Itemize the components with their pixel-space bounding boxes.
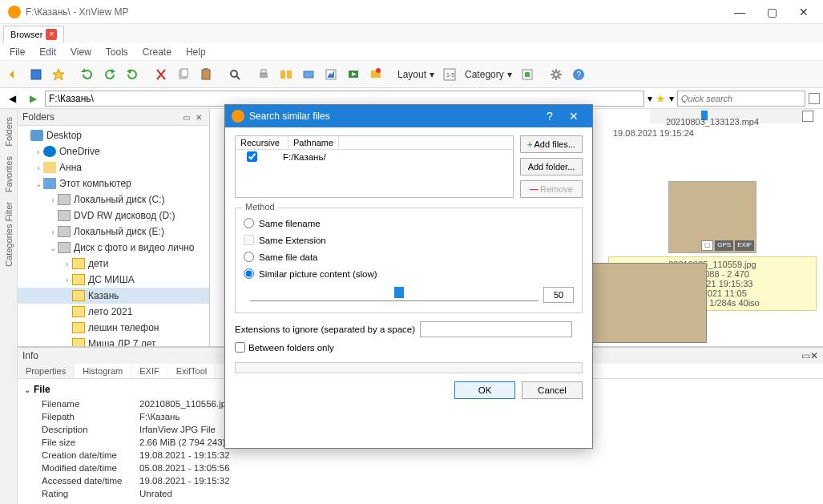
sidetab-folders[interactable]: Folders	[2, 112, 15, 151]
export-icon[interactable]	[321, 64, 341, 85]
panel-float-icon[interactable]: ▭	[801, 350, 810, 361]
similarity-slider[interactable]	[250, 288, 539, 301]
cancel-button[interactable]: Cancel	[522, 381, 583, 399]
radio-same-filename[interactable]: Same filename	[244, 215, 574, 232]
tree-item-folder[interactable]: ›дети	[18, 256, 209, 272]
close-icon[interactable]: ✕	[562, 110, 586, 123]
nav-back-icon[interactable]: ◀	[3, 90, 21, 107]
tree-item-diske[interactable]: ›Локальный диск (E:)	[18, 224, 209, 240]
help-icon[interactable]: ?	[568, 64, 589, 85]
print-icon[interactable]	[253, 64, 274, 85]
dropdown-icon[interactable]: ▾	[648, 93, 652, 104]
folder-tree[interactable]: Desktop ›OneDrive ›Анна ⌄Этот компьютер …	[18, 126, 209, 346]
gps-badge: GPS	[715, 240, 733, 251]
view-toggle-icon[interactable]	[809, 93, 820, 104]
tree-item-diskphoto[interactable]: ⌄Диск с фото и видео лично	[18, 240, 209, 256]
path-cell: F:/Казань/	[283, 152, 326, 162]
tree-item-user[interactable]: ›Анна	[18, 159, 209, 175]
between-folders-checkbox[interactable]: Between folders only	[235, 342, 583, 353]
dialog-titlebar[interactable]: Search similar files ? ✕	[225, 105, 592, 127]
fullscreen-icon[interactable]	[26, 64, 46, 85]
tree-item-folder[interactable]: ›ДС МИША	[18, 272, 209, 288]
tab-exif[interactable]: EXIF	[131, 364, 167, 378]
search-icon[interactable]	[224, 64, 245, 85]
menu-file[interactable]: File	[3, 45, 31, 59]
folders-panel: Folders ▭ ✕ Desktop ›OneDrive ›Анна ⌄Это…	[18, 109, 210, 346]
checkbox-same-extension[interactable]: Same Extension	[244, 232, 574, 248]
extensions-input[interactable]	[420, 321, 572, 337]
quick-search-input[interactable]	[677, 91, 805, 107]
slideshow-icon[interactable]	[343, 64, 364, 85]
column-recursive[interactable]: Recursive	[236, 136, 288, 149]
refresh-icon[interactable]	[77, 64, 98, 85]
add-folder-button[interactable]: Add folder...	[520, 158, 583, 175]
chevron-down-icon: ▾	[669, 93, 674, 104]
column-pathname[interactable]: Pathname	[288, 136, 339, 149]
tree-item-folder[interactable]: лето 2021	[18, 304, 209, 320]
method-legend: Method	[242, 202, 278, 212]
help-icon[interactable]: ?	[538, 110, 562, 123]
sidetab-favorites[interactable]: Favorites	[2, 151, 15, 197]
tag-icon[interactable]	[517, 64, 538, 85]
tree-item-diskc[interactable]: ›Локальный диск (C:)	[18, 192, 209, 208]
menu-tools[interactable]: Tools	[99, 45, 135, 59]
favorite-icon[interactable]	[48, 64, 69, 85]
table-row[interactable]: F:/Казань/	[236, 150, 513, 163]
copy-icon[interactable]	[173, 64, 194, 85]
nav-forward-icon[interactable]: ▶	[24, 90, 42, 107]
sidetab-categories-filter[interactable]: Categories Filter	[2, 197, 15, 272]
add-files-button[interactable]: +Add files...	[520, 135, 583, 153]
compare-icon[interactable]	[276, 64, 297, 85]
close-button[interactable]: ✕	[788, 1, 820, 23]
rotate-ccw-icon[interactable]	[99, 64, 120, 85]
panel-float-icon[interactable]: ▭	[180, 111, 192, 123]
menu-edit[interactable]: Edit	[33, 45, 63, 59]
thumbnail[interactable]: ☐ GPS EXIF	[668, 181, 756, 253]
tab-exiftool[interactable]: ExifTool	[168, 364, 216, 378]
settings-icon[interactable]	[546, 64, 567, 85]
cut-icon[interactable]	[151, 64, 171, 85]
slider-thumb[interactable]	[394, 287, 404, 298]
tab-properties[interactable]: Properties	[18, 364, 75, 378]
tree-item-dvd[interactable]: DVD RW дисковод (D:)	[18, 208, 209, 224]
similarity-value[interactable]	[543, 287, 574, 303]
path-table: Recursive Pathname F:/Казань/	[235, 135, 514, 198]
tree-item-kazan[interactable]: Казань	[18, 288, 209, 304]
maximize-button[interactable]: ▢	[756, 1, 788, 23]
radio-similar-picture[interactable]: Similar picture content (slow)	[244, 265, 574, 282]
radio-same-filedata[interactable]: Same file data	[244, 248, 574, 265]
tree-item-thispc[interactable]: ⌄Этот компьютер	[18, 175, 209, 192]
svg-rect-9	[261, 70, 266, 73]
category-dropdown[interactable]: Category▾	[462, 69, 515, 80]
sidebar-tabs: Folders Favorites Categories Filter	[0, 109, 18, 504]
tab-close-icon[interactable]: ×	[46, 29, 57, 40]
menu-create[interactable]: Create	[136, 45, 178, 59]
menu-help[interactable]: Help	[180, 45, 212, 59]
minimize-button[interactable]: —	[724, 1, 756, 23]
batch-icon[interactable]	[365, 64, 386, 85]
rotate-cw-icon[interactable]	[122, 64, 143, 85]
bookmark-icon[interactable]: ★	[656, 92, 666, 105]
recursive-checkbox[interactable]	[247, 151, 257, 162]
menu-view[interactable]: View	[64, 45, 98, 59]
tab-histogram[interactable]: Histogram	[75, 364, 131, 378]
tab-browser[interactable]: Browser ×	[3, 26, 64, 42]
paste-icon[interactable]	[196, 64, 216, 85]
svg-text:?: ?	[576, 71, 581, 79]
exif-badge: EXIF	[735, 240, 754, 251]
layout-dropdown[interactable]: Layout▾	[394, 69, 438, 80]
titlebar: F:\Казань\ - XnView MP — ▢ ✕	[0, 0, 823, 24]
ok-button[interactable]: OK	[454, 381, 515, 399]
convert-icon[interactable]	[298, 64, 319, 85]
tree-item-onedrive[interactable]: ›OneDrive	[18, 143, 209, 159]
tree-item-folder[interactable]: лешин телефон	[18, 320, 209, 336]
search-similar-dialog: Search similar files ? ✕ Recursive Pathn…	[224, 104, 593, 449]
layout1-icon[interactable]: 1-5	[439, 64, 460, 85]
remove-button[interactable]: —Remove	[520, 180, 583, 198]
back-icon[interactable]	[3, 64, 24, 85]
svg-text:1-5: 1-5	[446, 72, 454, 78]
tree-item-folder[interactable]: Миша ДР 7 лет	[18, 336, 209, 346]
panel-close-icon[interactable]: ✕	[193, 111, 204, 123]
tree-item-desktop[interactable]: Desktop	[18, 127, 209, 143]
panel-close-icon[interactable]: ✕	[810, 350, 818, 361]
